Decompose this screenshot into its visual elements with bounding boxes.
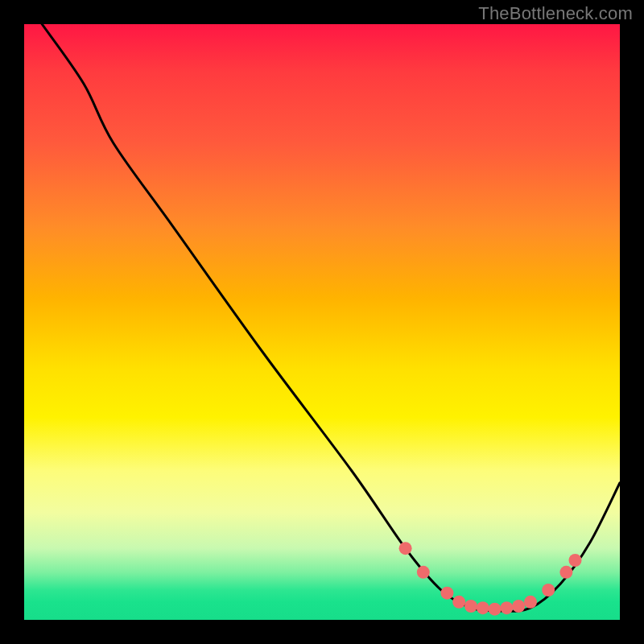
data-marker [440, 587, 453, 600]
data-marker [452, 596, 465, 609]
data-marker [477, 601, 489, 614]
chart-frame: TheBottleneck.com [0, 0, 644, 644]
watermark-text: TheBottleneck.com [478, 3, 633, 24]
data-markers [399, 542, 582, 616]
data-marker [542, 584, 555, 597]
data-marker [559, 566, 572, 579]
data-marker [569, 554, 582, 567]
data-marker [524, 596, 537, 609]
chart-svg [24, 24, 620, 620]
data-marker [489, 603, 502, 616]
data-marker [399, 542, 412, 555]
data-marker [512, 600, 525, 613]
plot-area [24, 24, 620, 620]
bottleneck-curve [42, 24, 620, 611]
data-marker [500, 601, 513, 614]
data-marker [417, 566, 430, 579]
data-marker [464, 600, 477, 613]
